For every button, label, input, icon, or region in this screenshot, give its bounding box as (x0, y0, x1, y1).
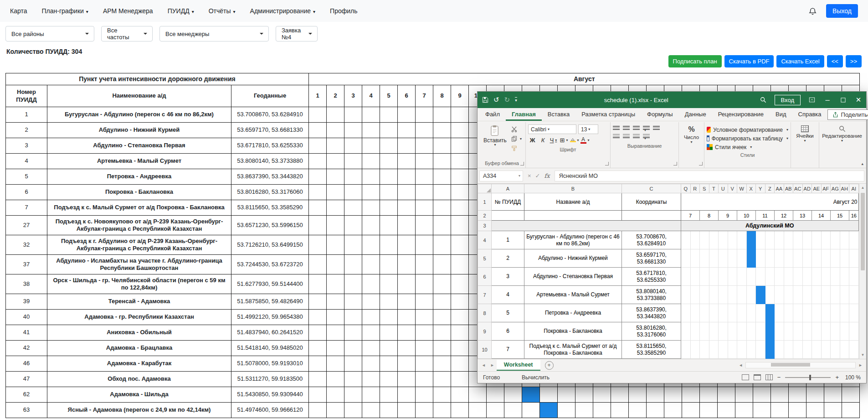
nav-item-5[interactable]: Отчёты (209, 7, 236, 15)
nav-item-3[interactable]: АРМ Менеджера (103, 7, 153, 15)
ribbon-display-options-icon[interactable] (804, 92, 820, 108)
cut-icon[interactable] (511, 125, 522, 133)
save-icon[interactable] (482, 97, 488, 103)
cancel-entry-icon[interactable]: × (528, 172, 531, 179)
name-box[interactable]: A334 (479, 171, 523, 181)
align-middle-icon[interactable] (623, 126, 630, 131)
font-name-select[interactable]: Calibri (528, 124, 576, 134)
ribbon-tab-1[interactable]: Файл (479, 108, 506, 121)
hscroll-thumb[interactable] (771, 363, 810, 367)
row-header-9[interactable]: 9 (478, 322, 492, 341)
underline-button[interactable]: Ч (549, 136, 558, 144)
status-calculate[interactable]: Вычислить (522, 374, 550, 381)
share-button[interactable]: Поделиться (827, 109, 868, 120)
vertical-scrollbar[interactable]: ▲ ▼ (859, 184, 866, 359)
align-right-icon[interactable] (633, 134, 640, 139)
italic-button[interactable]: К (539, 136, 547, 144)
nav-item-7[interactable]: Профиль (330, 7, 357, 15)
percent-style-icon[interactable]: % (688, 125, 694, 134)
select-all-corner[interactable] (478, 184, 492, 193)
logout-button[interactable]: Выход (826, 4, 858, 18)
redo-icon[interactable]: ↻ (504, 96, 510, 104)
ribbon-tab-2[interactable]: Главная (506, 108, 542, 121)
col-header-AB[interactable]: AB (784, 184, 793, 193)
sign-in-button[interactable]: Вход (775, 95, 801, 105)
undo-icon[interactable]: ↺ (493, 96, 499, 104)
row-header-2[interactable]: 2 (478, 211, 492, 221)
col-header-Z[interactable]: Z (765, 184, 775, 193)
align-bottom-icon[interactable] (633, 126, 640, 131)
vertical-scroll-thumb[interactable] (861, 193, 865, 270)
formula-input[interactable]: Ясненский МО (555, 171, 864, 181)
col-header-C[interactable]: C (622, 184, 681, 193)
font-size-select[interactable]: 13 (578, 124, 598, 134)
col-header-B[interactable]: B (524, 184, 622, 193)
confirm-entry-icon[interactable]: ✓ (535, 172, 540, 179)
row-header-1[interactable]: 1 (478, 193, 492, 211)
copy-icon[interactable] (511, 135, 522, 142)
zoom-out-icon[interactable]: − (777, 374, 781, 381)
col-header-AI[interactable]: AI (849, 184, 859, 193)
collapse-ribbon-icon[interactable]: ▴ (861, 161, 863, 166)
merge-center-icon[interactable] (643, 134, 650, 139)
col-header-V[interactable]: V (728, 184, 737, 193)
align-left-icon[interactable] (613, 134, 620, 139)
row-header-10[interactable]: 10 (478, 341, 492, 359)
conditional-formatting-button[interactable]: Условное форматирование (707, 125, 788, 134)
number-dialog-launcher[interactable] (699, 162, 703, 166)
font-color-button[interactable]: А (580, 136, 589, 144)
scroll-up-icon[interactable]: ▲ (861, 184, 865, 191)
col-header-AG[interactable]: AG (831, 184, 840, 193)
nav-item-4[interactable]: ПУИДД (168, 7, 194, 15)
sheet-tab-worksheet[interactable]: Worksheet (497, 360, 540, 371)
hscroll-left-icon[interactable]: ◄ (737, 363, 745, 367)
font-dialog-launcher[interactable] (605, 162, 609, 166)
hscroll-track[interactable] (745, 362, 856, 368)
sheet-next-icon[interactable]: ► (488, 363, 497, 367)
zoom-in-icon[interactable]: + (835, 374, 839, 381)
maximize-button[interactable] (835, 92, 851, 108)
search-icon[interactable] (755, 92, 771, 108)
col-header-W[interactable]: W (737, 184, 747, 193)
nav-item-1[interactable]: Карта (10, 7, 27, 15)
col-header-AA[interactable]: AA (775, 184, 784, 193)
orientation-icon[interactable] (643, 126, 650, 131)
download-excel-button[interactable]: Скачать Excel (776, 55, 824, 67)
download-pdf-button[interactable]: Скачать в PDF (724, 55, 774, 67)
ribbon-tab-4[interactable]: Разметка страницы (575, 108, 641, 121)
col-header-Y[interactable]: Y (756, 184, 765, 193)
align-top-icon[interactable] (613, 126, 620, 131)
filter-frequencies[interactable]: Все частоты (101, 26, 153, 41)
ribbon-tab-6[interactable]: Данные (679, 108, 712, 121)
col-header-Q[interactable]: Q (681, 184, 691, 193)
row-header-5[interactable]: 5 (478, 249, 492, 268)
add-sheet-button[interactable]: + (545, 361, 554, 370)
col-header-AE[interactable]: AE (812, 184, 822, 193)
clipboard-dialog-launcher[interactable] (520, 162, 524, 166)
filter-request[interactable]: Заявка №4 (276, 26, 318, 41)
ribbon-tab-3[interactable]: Вставка (542, 108, 575, 121)
next-page-button[interactable]: >> (846, 55, 862, 67)
col-header-T[interactable]: T (709, 184, 719, 193)
bold-button[interactable]: Ж (528, 136, 537, 144)
fill-color-button[interactable] (570, 136, 579, 144)
ribbon-tab-8[interactable]: Вид (770, 108, 792, 121)
prev-page-button[interactable]: << (827, 55, 843, 67)
nav-item-6[interactable]: Администрирование (250, 7, 316, 15)
row-header-4[interactable]: 4 (478, 231, 492, 249)
ribbon-tab-7[interactable]: Рецензирование (712, 108, 770, 121)
sheet-prev-icon[interactable]: ◄ (479, 363, 488, 367)
notifications-bell-icon[interactable] (808, 7, 817, 16)
format-as-table-button[interactable]: Форматировать как таблицу (707, 134, 788, 143)
zoom-slider[interactable] (785, 377, 831, 378)
zoom-slider-thumb[interactable] (809, 375, 811, 380)
col-header-AC[interactable]: AC (793, 184, 803, 193)
row-header-7[interactable]: 7 (478, 286, 492, 304)
alignment-dialog-launcher[interactable] (673, 162, 677, 166)
col-header-AF[interactable]: AF (821, 184, 831, 193)
ribbon-tab-9[interactable]: Справка (792, 108, 827, 121)
align-center-icon[interactable] (623, 134, 630, 139)
filter-districts[interactable]: Все районы (5, 26, 94, 41)
ribbon-tab-5[interactable]: Формулы (641, 108, 679, 121)
normal-view-icon[interactable] (742, 374, 749, 380)
